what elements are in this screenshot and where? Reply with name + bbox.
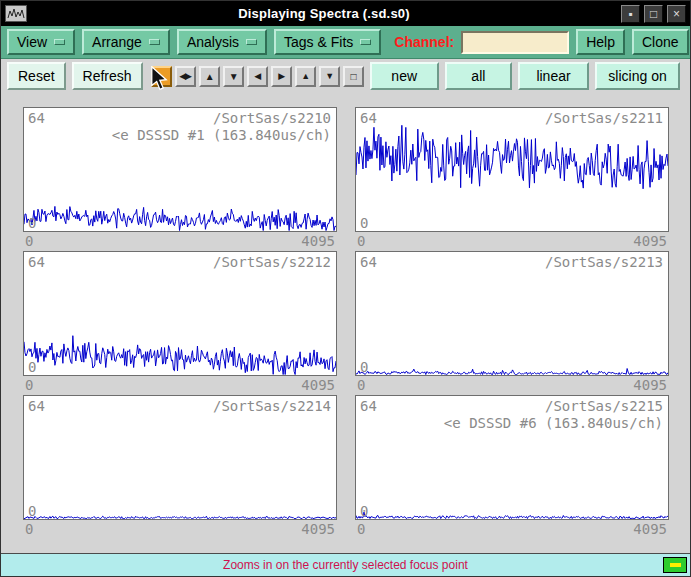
x-max-label: 4095 [633, 377, 667, 394]
toolbar: Reset Refresh ◀▶ ▲ ▼ ◀ ▶ ▲ ▼ □ new all l… [1, 59, 690, 93]
y-min-label: 0 [360, 215, 368, 231]
menu-view[interactable]: View [7, 29, 75, 55]
x-max-label: 4095 [301, 233, 335, 250]
x-max-label: 4095 [633, 233, 667, 250]
x-axis-labels: 0 4095 [355, 376, 669, 394]
y-max-label: 64 [360, 254, 377, 270]
spectrum-trace [24, 396, 336, 519]
spectrum-trace [24, 252, 336, 375]
all-button[interactable]: all [445, 62, 512, 90]
menu-analysis-label: Analysis [187, 34, 239, 50]
close-button[interactable]: × [667, 5, 686, 23]
spectrum-name: /SortSas/s2215 [545, 398, 663, 414]
spectrum-name: /SortSas/s2214 [213, 398, 331, 414]
x-min-label: 0 [25, 377, 33, 394]
spectrum-panel-s2215[interactable]: 64 /SortSas/s2215 <e DSSSD #6 (163.840us… [355, 395, 669, 538]
menu-view-label: View [17, 34, 47, 50]
menu-indicator-icon [360, 39, 371, 45]
spectrum-trace [356, 252, 668, 375]
y-max-label: 64 [28, 398, 45, 414]
app-icon[interactable] [5, 5, 27, 22]
y-min-label: 0 [360, 359, 368, 375]
statusbar-minimize-button[interactable] [663, 557, 687, 573]
spectrum-name: /SortSas/s2213 [545, 254, 663, 270]
step-up-button[interactable]: ▲ [295, 66, 316, 87]
menu-tags-fits[interactable]: Tags & Fits [274, 29, 381, 55]
page-up-button[interactable]: ▲ [199, 66, 220, 87]
menu-arrange[interactable]: Arrange [82, 29, 170, 55]
channel-input[interactable] [461, 31, 569, 54]
y-min-label: 0 [360, 503, 368, 519]
spectrum-panel-s2214[interactable]: 64 /SortSas/s2214 0 0 4095 [23, 395, 337, 538]
spectrum-panel-s2211[interactable]: 64 /SortSas/s2211 0 0 4095 [355, 107, 669, 250]
y-max-label: 64 [28, 110, 45, 126]
pan-horizontal-button[interactable]: ◀▶ [175, 66, 196, 87]
x-axis-labels: 0 4095 [23, 376, 337, 394]
menu-analysis[interactable]: Analysis [177, 29, 267, 55]
spectrum-panel-s2210[interactable]: 64 /SortSas/s2210 <e DSSSD #1 (163.840us… [23, 107, 337, 250]
spectrum-plot[interactable]: 64 /SortSas/s2213 0 [355, 251, 669, 376]
menu-arrange-label: Arrange [92, 34, 142, 50]
spectrum-plot[interactable]: 64 /SortSas/s2212 0 [23, 251, 337, 376]
spectrum-annotation: <e DSSSD #6 (163.840us/ch) [444, 415, 663, 431]
linear-button[interactable]: linear [518, 62, 589, 90]
refresh-button[interactable]: Refresh [72, 62, 143, 90]
y-min-label: 0 [28, 359, 36, 375]
spectra-display-area: 64 /SortSas/s2210 <e DSSSD #1 (163.840us… [1, 93, 690, 553]
step-right-button[interactable]: ▶ [271, 66, 292, 87]
maximize-button[interactable]: □ [644, 5, 663, 23]
x-max-label: 4095 [301, 377, 335, 394]
window-title: Displaying Spectra (.sd.s0) [31, 6, 617, 21]
menu-indicator-icon [149, 39, 160, 45]
x-axis-labels: 0 4095 [23, 232, 337, 250]
x-max-label: 4095 [301, 521, 335, 538]
spectrum-plot[interactable]: 64 /SortSas/s2214 0 [23, 395, 337, 520]
spectrum-plot[interactable]: 64 /SortSas/s2210 <e DSSSD #1 (163.840us… [23, 107, 337, 232]
x-min-label: 0 [357, 521, 365, 538]
zoom-focus-button[interactable] [151, 66, 172, 87]
x-min-label: 0 [357, 233, 365, 250]
iconify-button[interactable]: ▪ [621, 5, 640, 23]
spectrum-panel-s2213[interactable]: 64 /SortSas/s2213 0 0 4095 [355, 251, 669, 394]
statusbar: Zooms in on the currently selected focus… [1, 553, 690, 576]
x-min-label: 0 [25, 233, 33, 250]
spectrum-plot[interactable]: 64 /SortSas/s2211 0 [355, 107, 669, 232]
x-axis-labels: 0 4095 [355, 520, 669, 538]
spectrum-plot[interactable]: 64 /SortSas/s2215 <e DSSSD #6 (163.840us… [355, 395, 669, 520]
menu-tags-fits-label: Tags & Fits [284, 34, 353, 50]
page-down-button[interactable]: ▼ [223, 66, 244, 87]
help-button-label: Help [586, 34, 615, 50]
spectra-grid: 64 /SortSas/s2210 <e DSSSD #1 (163.840us… [23, 107, 669, 538]
x-min-label: 0 [357, 377, 365, 394]
slicing-on-button[interactable]: slicing on [595, 62, 680, 90]
full-view-button[interactable]: □ [343, 66, 364, 87]
step-left-button[interactable]: ◀ [247, 66, 268, 87]
new-button[interactable]: new [370, 62, 439, 90]
y-min-label: 0 [28, 215, 36, 231]
help-button[interactable]: Help [576, 29, 625, 55]
spectrum-panel-s2212[interactable]: 64 /SortSas/s2212 0 0 4095 [23, 251, 337, 394]
minus-icon [670, 563, 681, 567]
navigation-button-group: ◀▶ ▲ ▼ ◀ ▶ ▲ ▼ □ [151, 66, 364, 87]
spectrum-annotation: <e DSSSD #1 (163.840us/ch) [112, 127, 331, 143]
y-max-label: 64 [360, 110, 377, 126]
spectrum-name: /SortSas/s2210 [213, 110, 331, 126]
channel-label: Channel: [394, 34, 454, 50]
x-axis-labels: 0 4095 [355, 232, 669, 250]
y-min-label: 0 [28, 503, 36, 519]
y-max-label: 64 [360, 398, 377, 414]
step-down-button[interactable]: ▼ [319, 66, 340, 87]
menubar: View Arrange Analysis Tags & Fits Channe… [1, 26, 690, 59]
x-max-label: 4095 [633, 521, 667, 538]
clone-button[interactable]: Clone [632, 29, 689, 55]
status-message: Zooms in on the currently selected focus… [223, 558, 468, 572]
titlebar[interactable]: Displaying Spectra (.sd.s0) ▪ □ × [1, 1, 690, 26]
y-max-label: 64 [28, 254, 45, 270]
app-icon-graphic [7, 7, 25, 20]
menu-indicator-icon [54, 39, 65, 45]
clone-button-label: Clone [642, 34, 679, 50]
spectrum-name: /SortSas/s2212 [213, 254, 331, 270]
reset-button[interactable]: Reset [7, 62, 66, 90]
spectrum-name: /SortSas/s2211 [545, 110, 663, 126]
menu-indicator-icon [246, 39, 257, 45]
